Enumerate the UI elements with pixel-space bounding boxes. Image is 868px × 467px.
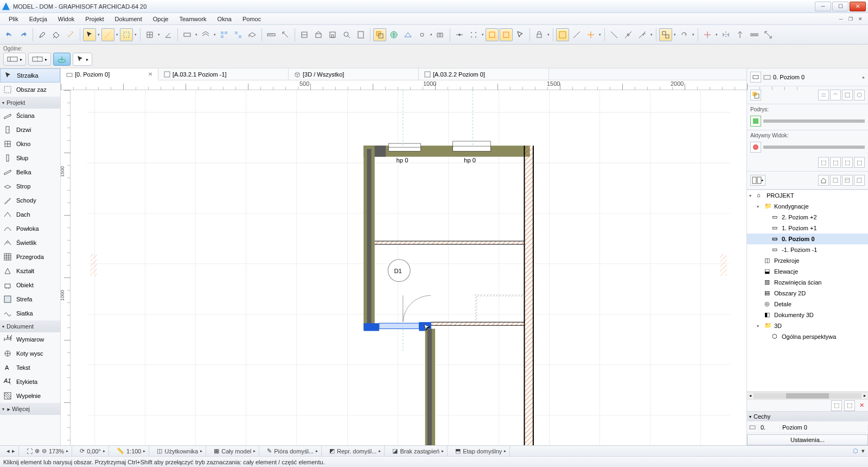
- redo-button[interactable]: [17, 28, 30, 41]
- tool-window[interactable]: Okno: [0, 137, 60, 151]
- layer-up-dropdown[interactable]: ▾: [213, 33, 217, 37]
- line-tool-button[interactable]: [570, 28, 583, 41]
- tool-zone[interactable]: Strefa: [0, 292, 60, 306]
- angle-value[interactable]: 0,00°: [87, 448, 101, 455]
- lock-dropdown[interactable]: ▾: [546, 33, 551, 37]
- adjust-button[interactable]: [636, 28, 649, 41]
- grid-snap-dropdown[interactable]: ▾: [157, 33, 161, 37]
- drag-button[interactable]: [701, 28, 714, 41]
- tab-layout-2[interactable]: [A.03.2.2 Poziom 0]: [419, 68, 549, 80]
- trace-ref-button[interactable]: [750, 90, 761, 100]
- resize-button[interactable]: [762, 28, 775, 41]
- tab-3d[interactable]: [3D / Wszystko]: [289, 68, 419, 80]
- nav-layout-button[interactable]: [842, 175, 853, 186]
- aktywny-color-button[interactable]: [750, 142, 761, 153]
- tool-marquee[interactable]: Obszar zaz: [0, 83, 60, 97]
- guideline-button[interactable]: [101, 28, 114, 41]
- grid-snap-button[interactable]: [143, 28, 156, 41]
- camera-button[interactable]: [434, 28, 447, 41]
- surface-snap-button[interactable]: [500, 28, 513, 41]
- nav-publisher-button[interactable]: [854, 175, 865, 186]
- toolbox-dokument-header[interactable]: Dokument: [0, 320, 60, 332]
- layer-settings-button[interactable]: [218, 28, 231, 41]
- nav-left-button[interactable]: ◂: [7, 447, 10, 455]
- group-dropdown[interactable]: ▾: [673, 33, 677, 37]
- perspective-button[interactable]: [401, 28, 414, 41]
- nav-item-elewacje[interactable]: ⬓Elewacje: [747, 266, 868, 277]
- view-action-1[interactable]: ⬚: [818, 157, 829, 168]
- section-button[interactable]: [298, 28, 311, 41]
- nav-project-button[interactable]: [818, 175, 829, 186]
- doc-close-button[interactable]: ✕: [856, 15, 865, 23]
- measure-button[interactable]: [279, 28, 292, 41]
- nav-view-button[interactable]: [830, 175, 841, 186]
- snap-point-button[interactable]: [453, 28, 466, 41]
- podrys-slider[interactable]: [763, 119, 865, 123]
- gravity-button[interactable]: [53, 53, 71, 66]
- rotate-dropdown[interactable]: ▾: [691, 33, 695, 37]
- toolbox-more-header[interactable]: ▾Więcej: [0, 403, 60, 415]
- nav-item-obszary-2d[interactable]: ▤Obszary 2D: [747, 288, 868, 299]
- nav-new-button[interactable]: ⬚: [831, 400, 842, 411]
- nav-save-button[interactable]: ⬚: [844, 400, 855, 411]
- minimize-button[interactable]: ─: [815, 2, 831, 11]
- nav-expand-icon[interactable]: ▾: [749, 193, 755, 198]
- view-dropdown-icon[interactable]: ▸: [863, 75, 865, 80]
- nav-right-button[interactable]: ▸: [12, 447, 15, 455]
- model-filter[interactable]: Cały model: [221, 448, 251, 455]
- view-action-2[interactable]: ⬚: [830, 157, 841, 168]
- zoom-in-button[interactable]: ⊕: [35, 447, 40, 455]
- podrys-color-button[interactable]: [750, 116, 761, 127]
- nav-item-3d[interactable]: ▾📁3D: [747, 320, 868, 331]
- tool-wall[interactable]: Ściana: [0, 109, 60, 123]
- crosshair-dropdown[interactable]: ▾: [598, 33, 602, 37]
- offset-element-button[interactable]: ▸: [28, 53, 51, 66]
- quick-option-1[interactable]: ⬡: [853, 447, 858, 455]
- elevate-button[interactable]: [733, 28, 746, 41]
- multiply-button[interactable]: [748, 28, 761, 41]
- quick-option-2[interactable]: ▾: [861, 447, 865, 455]
- tool-shell[interactable]: Powłoka: [0, 222, 60, 236]
- renovation-value[interactable]: Etap domyślny: [463, 448, 502, 455]
- close-button[interactable]: ✕: [850, 2, 866, 11]
- guideline-dropdown[interactable]: ▾: [115, 33, 119, 37]
- rotate-button[interactable]: [678, 28, 691, 41]
- navigator-mode-button[interactable]: ▸: [750, 175, 765, 186]
- tool-door[interactable]: Drzwi: [0, 123, 60, 137]
- tool-arrow[interactable]: Strzałka: [0, 68, 60, 83]
- override-value[interactable]: Brak zastąpień: [400, 448, 439, 455]
- view-action-4[interactable]: ⬚: [854, 157, 865, 168]
- view-icon-button[interactable]: [750, 72, 761, 83]
- trace-settings-button[interactable]: [854, 90, 865, 100]
- maximize-button[interactable]: ☐: [832, 2, 848, 11]
- tool-object[interactable]: Obiekt: [0, 278, 60, 292]
- tool-label[interactable]: A1Etykieta: [0, 375, 60, 389]
- pointer-mode-button[interactable]: ▸: [73, 53, 92, 66]
- trace-button[interactable]: [373, 28, 386, 41]
- menu-widok[interactable]: Widok: [53, 15, 80, 23]
- picker-button[interactable]: [36, 28, 49, 41]
- nav-item--1-poziom-1[interactable]: ▭-1. Poziom -1: [747, 244, 868, 255]
- menu-dokument[interactable]: Dokument: [110, 15, 148, 23]
- tool-curtain[interactable]: Przegroda: [0, 250, 60, 264]
- menu-edycja[interactable]: Edycja: [24, 15, 53, 23]
- tool-level[interactable]: Koty wysc: [0, 346, 60, 361]
- undo-button[interactable]: [3, 28, 16, 41]
- view-action-3[interactable]: ⬚: [842, 157, 853, 168]
- trace-switch-button[interactable]: [818, 90, 829, 100]
- nav-item-rozwini-cia-cian[interactable]: ▥Rozwinięcia ścian: [747, 277, 868, 288]
- tool-slab[interactable]: Strop: [0, 179, 60, 193]
- cursor-mode-button[interactable]: [83, 28, 96, 41]
- group-button[interactable]: [659, 28, 672, 41]
- nav-scroll-right[interactable]: ▸: [864, 393, 866, 398]
- nav-item-kondygnacje[interactable]: ▾📁Kondygnacje: [747, 201, 868, 212]
- menu-opcje[interactable]: Opcje: [148, 15, 174, 23]
- floor-nav-dropdown[interactable]: ▾: [194, 33, 199, 37]
- layer-up-button[interactable]: [199, 28, 212, 41]
- tool-column[interactable]: Słup: [0, 151, 60, 165]
- angle-button[interactable]: [162, 28, 175, 41]
- elevation-button[interactable]: [312, 28, 325, 41]
- tool-beam[interactable]: Belka: [0, 165, 60, 179]
- element-snap-button[interactable]: [486, 28, 499, 41]
- tool-roof[interactable]: Dach: [0, 207, 60, 222]
